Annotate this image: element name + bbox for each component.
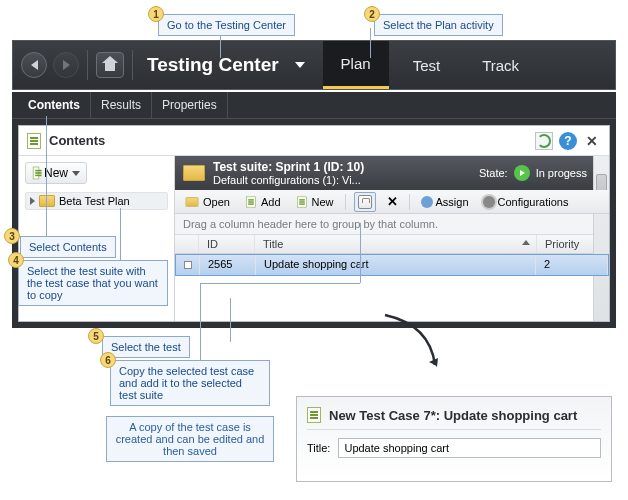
tab-plan[interactable]: Plan [323, 41, 389, 89]
title-input[interactable] [338, 438, 601, 458]
tab-track[interactable]: Track [464, 41, 537, 89]
center-selector[interactable]: Testing Center [141, 54, 285, 76]
help-button[interactable]: ? [559, 132, 577, 150]
grid-header: ID Title Priority [175, 235, 609, 254]
open-button[interactable]: Open [181, 194, 233, 210]
chevron-down-icon [295, 62, 305, 68]
connector [200, 283, 360, 284]
document-icon [33, 167, 39, 180]
step-badge-2: 2 [364, 6, 380, 22]
subtab-bar: Contents Results Properties [12, 92, 616, 118]
detail-pane: Test suite: Sprint 1 (ID: 10) Default co… [175, 156, 609, 321]
add-label: Add [261, 196, 281, 208]
tab-test[interactable]: Test [395, 41, 459, 89]
copy-button[interactable] [354, 192, 376, 212]
connector [46, 116, 47, 236]
step-badge-6: 6 [100, 352, 116, 368]
callout-copy-test: Copy the selected test case and add it t… [110, 360, 270, 406]
cell-title: Update shopping cart [256, 255, 536, 275]
assign-label: Assign [436, 196, 469, 208]
group-hint: Drag a column header here to group by th… [175, 214, 609, 235]
table-row[interactable]: 2565 Update shopping cart 2 [175, 254, 609, 276]
separator [345, 194, 346, 210]
toolbar: Open Add New ✕ Assign Configurations [175, 190, 609, 214]
document-icon [27, 133, 41, 149]
separator [409, 194, 410, 210]
card-title: Contents [49, 133, 105, 148]
new-test-case-panel: New Test Case 7*: Update shopping cart T… [296, 396, 612, 482]
new-button[interactable]: New [292, 192, 337, 212]
delete-button[interactable]: ✕ [384, 192, 401, 211]
suite-title: Test suite: Sprint 1 (ID: 10) [213, 160, 364, 174]
col-check[interactable] [175, 235, 199, 253]
step-badge-1: 1 [148, 6, 164, 22]
new-label: New [312, 196, 334, 208]
col-id[interactable]: ID [199, 235, 255, 253]
callout-goto-center: Go to the Testing Center [158, 14, 295, 36]
col-title-label: Title [263, 238, 283, 250]
card-header: Contents ? ✕ [19, 126, 609, 156]
subtab-properties[interactable]: Properties [152, 92, 228, 118]
flow-arrow-icon [380, 310, 450, 380]
ribbon-header: Testing Center Plan Test Track [12, 40, 616, 90]
close-button[interactable]: ✕ [583, 132, 601, 150]
copy-icon [358, 195, 372, 209]
callout-select-contents: Select Contents [20, 236, 116, 258]
suite-icon [183, 165, 205, 181]
suite-header: Test suite: Sprint 1 (ID: 10) Default co… [175, 156, 609, 190]
new-icon [297, 196, 307, 207]
open-label: Open [203, 196, 230, 208]
step-badge-3: 3 [4, 228, 20, 244]
state-selector[interactable]: State: In progess [479, 165, 601, 181]
folder-open-icon [186, 197, 199, 207]
configurations-button[interactable]: Configurations [480, 194, 572, 210]
step-badge-5: 5 [88, 328, 104, 344]
cell-priority: 2 [536, 255, 608, 275]
subtab-contents[interactable]: Contents [18, 92, 91, 118]
new-test-case-title: New Test Case 7*: Update shopping cart [329, 408, 577, 423]
separator [87, 50, 88, 80]
separator [132, 50, 133, 80]
state-label: State: [479, 167, 508, 179]
nav-forward-button[interactable] [53, 52, 79, 78]
assign-button[interactable]: Assign [418, 194, 472, 210]
col-title[interactable]: Title [255, 235, 537, 253]
new-suite-button[interactable]: New [25, 162, 87, 184]
callout-select-plan: Select the Plan activity [374, 14, 503, 36]
connector [370, 28, 371, 58]
chevron-right-icon [63, 60, 70, 70]
callout-select-test: Select the test [102, 336, 190, 358]
nav-back-button[interactable] [21, 52, 47, 78]
expand-icon [30, 197, 35, 205]
document-icon [307, 407, 321, 423]
state-value: In progess [536, 167, 587, 179]
connector [200, 283, 201, 361]
home-button[interactable] [96, 52, 124, 78]
new-label: New [44, 166, 68, 180]
folder-icon [39, 195, 55, 207]
new-test-case-header: New Test Case 7*: Update shopping cart [307, 407, 601, 430]
chevron-left-icon [31, 60, 38, 70]
add-icon [246, 196, 256, 207]
progress-icon [514, 165, 530, 181]
cell-id: 2565 [200, 255, 256, 275]
row-check[interactable] [176, 255, 200, 275]
refresh-icon [537, 134, 551, 148]
person-icon [421, 196, 433, 208]
title-label: Title: [307, 442, 330, 454]
gear-icon [483, 196, 495, 208]
subtab-results[interactable]: Results [91, 92, 152, 118]
chevron-down-icon [72, 171, 80, 176]
callout-copy-note: A copy of the test case is created and c… [106, 416, 274, 462]
tree-item-label: Beta Test Plan [59, 195, 130, 207]
sort-asc-icon [522, 240, 530, 245]
connector [120, 208, 121, 260]
add-button[interactable]: Add [241, 192, 284, 212]
connector [230, 298, 231, 342]
home-icon [103, 59, 117, 71]
step-badge-4: 4 [8, 252, 24, 268]
refresh-button[interactable] [535, 132, 553, 150]
config-label: Configurations [498, 196, 569, 208]
suite-subtitle: Default configurations (1): Vi... [213, 174, 364, 186]
vertical-scrollbar[interactable] [593, 156, 609, 321]
